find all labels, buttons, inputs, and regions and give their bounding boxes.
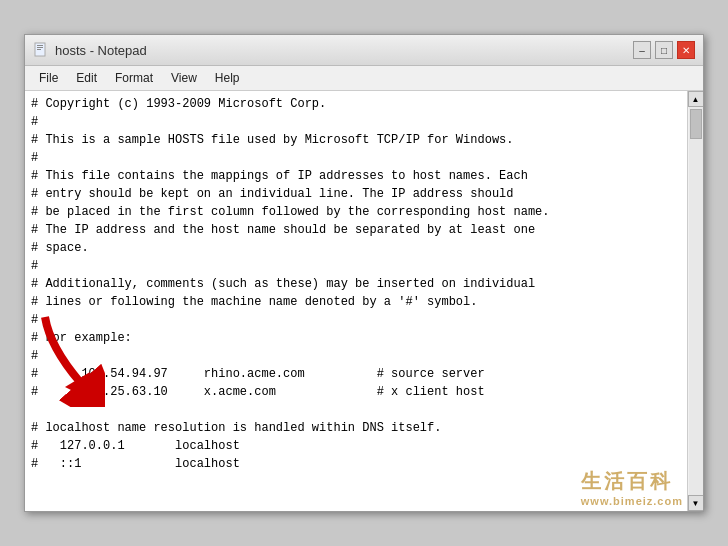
menu-bar: File Edit Format View Help — [25, 66, 703, 91]
editor-container: # Copyright (c) 1993-2009 Microsoft Corp… — [25, 91, 703, 511]
notepad-window: hosts - Notepad – □ ✕ File Edit Format V… — [24, 34, 704, 512]
svg-rect-1 — [37, 45, 43, 46]
title-bar: hosts - Notepad – □ ✕ — [25, 35, 703, 66]
minimize-button[interactable]: – — [633, 41, 651, 59]
scroll-down-button[interactable]: ▼ — [688, 495, 704, 511]
app-icon — [33, 42, 49, 58]
svg-rect-2 — [37, 47, 43, 48]
maximize-button[interactable]: □ — [655, 41, 673, 59]
scroll-up-button[interactable]: ▲ — [688, 91, 704, 107]
menu-edit[interactable]: Edit — [68, 69, 105, 87]
menu-help[interactable]: Help — [207, 69, 248, 87]
scroll-thumb[interactable] — [690, 109, 702, 139]
window-title: hosts - Notepad — [55, 43, 147, 58]
title-bar-left: hosts - Notepad — [33, 42, 147, 58]
editor-content[interactable]: # Copyright (c) 1993-2009 Microsoft Corp… — [25, 91, 687, 511]
window-controls: – □ ✕ — [633, 41, 695, 59]
scroll-track[interactable] — [689, 107, 703, 495]
menu-file[interactable]: File — [31, 69, 66, 87]
scrollbar[interactable]: ▲ ▼ — [687, 91, 703, 511]
menu-view[interactable]: View — [163, 69, 205, 87]
close-button[interactable]: ✕ — [677, 41, 695, 59]
svg-rect-3 — [37, 49, 41, 50]
menu-format[interactable]: Format — [107, 69, 161, 87]
